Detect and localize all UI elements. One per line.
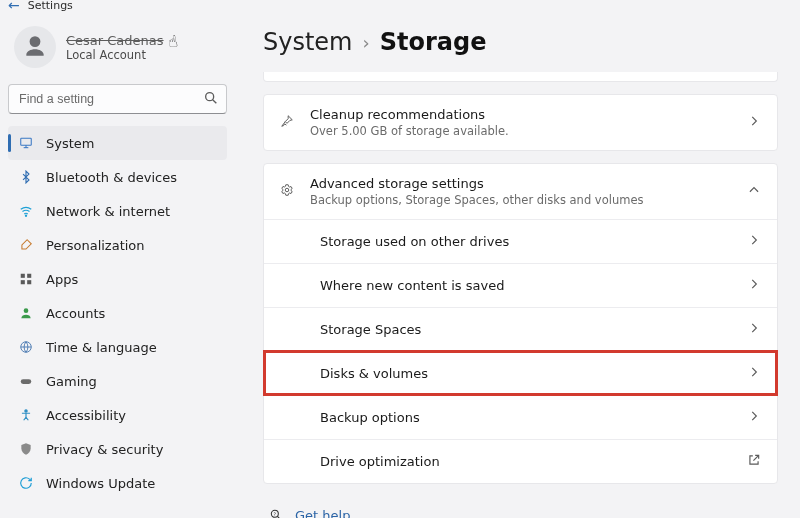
sidebar-item-label: Accessibility	[46, 408, 126, 423]
sidebar-item-label: Windows Update	[46, 476, 155, 491]
chevron-up-icon	[747, 183, 761, 200]
advanced-header[interactable]: Advanced storage settings Backup options…	[264, 164, 777, 219]
gear-icon	[280, 183, 294, 200]
svg-point-10	[24, 308, 29, 313]
search-input[interactable]	[8, 84, 227, 114]
sidebar-item-label: Gaming	[46, 374, 97, 389]
breadcrumb-parent[interactable]: System	[263, 28, 353, 56]
svg-point-13	[25, 410, 27, 412]
sidebar-item-label: Privacy & security	[46, 442, 163, 457]
paintbrush-icon	[18, 237, 34, 253]
sidebar: Cesar Cadenas Local Account ☝ SystemBlue…	[0, 10, 235, 518]
advanced-item-label: Storage used on other drives	[320, 234, 509, 249]
chevron-right-icon	[747, 365, 761, 382]
account-block[interactable]: Cesar Cadenas Local Account	[8, 20, 227, 82]
sidebar-item-accessibility[interactable]: Accessibility	[8, 398, 227, 432]
shield-icon	[18, 441, 34, 457]
sidebar-item-label: Time & language	[46, 340, 157, 355]
advanced-item-drive-optimization[interactable]: Drive optimization	[264, 439, 777, 483]
advanced-title: Advanced storage settings	[310, 176, 643, 191]
chevron-right-icon	[747, 233, 761, 250]
sidebar-item-personalization[interactable]: Personalization	[8, 228, 227, 262]
advanced-item-label: Storage Spaces	[320, 322, 421, 337]
footer-links: ? Get help Give feedback	[263, 502, 778, 518]
sidebar-item-network-internet[interactable]: Network & internet	[8, 194, 227, 228]
sidebar-item-privacy-security[interactable]: Privacy & security	[8, 432, 227, 466]
person-icon	[18, 305, 34, 321]
title-bar: ← Settings	[0, 0, 800, 10]
advanced-item-label: Disks & volumes	[320, 366, 428, 381]
search-wrap	[8, 84, 227, 114]
sidebar-item-bluetooth-devices[interactable]: Bluetooth & devices	[8, 160, 227, 194]
breadcrumb: System › Storage	[263, 28, 778, 56]
advanced-item-backup-options[interactable]: Backup options	[264, 395, 777, 439]
breadcrumb-current: Storage	[380, 28, 487, 56]
broom-icon	[280, 114, 294, 131]
advanced-item-label: Drive optimization	[320, 454, 440, 469]
svg-rect-8	[21, 280, 25, 284]
panel-sliver	[263, 72, 778, 82]
chevron-right-icon	[747, 114, 761, 131]
sidebar-item-label: Accounts	[46, 306, 105, 321]
account-type: Local Account	[66, 48, 164, 62]
svg-rect-2	[21, 138, 32, 145]
account-name: Cesar Cadenas	[66, 33, 164, 48]
help-icon: ?	[267, 506, 285, 518]
svg-text:?: ?	[273, 512, 276, 517]
advanced-item-label: Backup options	[320, 410, 420, 425]
cleanup-title: Cleanup recommendations	[310, 107, 509, 122]
monitor-icon	[18, 135, 34, 151]
bluetooth-icon	[18, 169, 34, 185]
get-help-label: Get help	[295, 508, 350, 519]
advanced-item-storage-used-on-other-drives[interactable]: Storage used on other drives	[264, 219, 777, 263]
chevron-right-icon	[747, 277, 761, 294]
open-external-icon	[747, 453, 761, 470]
advanced-item-disks-volumes[interactable]: Disks & volumes	[264, 351, 777, 395]
update-icon	[18, 475, 34, 491]
advanced-card: Advanced storage settings Backup options…	[263, 163, 778, 484]
avatar	[14, 26, 56, 68]
svg-rect-6	[21, 274, 25, 278]
sidebar-item-windows-update[interactable]: Windows Update	[8, 466, 227, 500]
globe-clock-icon	[18, 339, 34, 355]
chevron-right-icon	[747, 321, 761, 338]
advanced-sub: Backup options, Storage Spaces, other di…	[310, 193, 643, 207]
advanced-item-label: Where new content is saved	[320, 278, 504, 293]
main-content: System › Storage Cleanup recommendations…	[235, 10, 800, 518]
sidebar-item-gaming[interactable]: Gaming	[8, 364, 227, 398]
advanced-item-where-new-content-is-saved[interactable]: Where new content is saved	[264, 263, 777, 307]
sidebar-item-apps[interactable]: Apps	[8, 262, 227, 296]
accessibility-icon	[18, 407, 34, 423]
advanced-item-storage-spaces[interactable]: Storage Spaces	[264, 307, 777, 351]
sidebar-item-time-language[interactable]: Time & language	[8, 330, 227, 364]
sidebar-item-label: System	[46, 136, 94, 151]
svg-rect-7	[27, 274, 31, 278]
svg-point-5	[25, 215, 26, 216]
sidebar-item-label: Bluetooth & devices	[46, 170, 177, 185]
search-icon	[203, 90, 219, 106]
svg-rect-9	[27, 280, 31, 284]
sidebar-nav: SystemBluetooth & devicesNetwork & inter…	[8, 126, 227, 500]
get-help-link[interactable]: ? Get help	[267, 502, 778, 518]
gamepad-icon	[18, 373, 34, 389]
svg-point-14	[285, 188, 289, 192]
svg-point-0	[206, 93, 214, 101]
sidebar-item-label: Apps	[46, 272, 78, 287]
svg-line-1	[213, 100, 217, 104]
sidebar-item-accounts[interactable]: Accounts	[8, 296, 227, 330]
chevron-right-icon	[747, 409, 761, 426]
wifi-icon	[18, 203, 34, 219]
apps-icon	[18, 271, 34, 287]
sidebar-item-label: Personalization	[46, 238, 145, 253]
cleanup-card[interactable]: Cleanup recommendations Over 5.00 GB of …	[263, 94, 778, 151]
svg-rect-12	[21, 379, 32, 384]
cleanup-sub: Over 5.00 GB of storage available.	[310, 124, 509, 138]
sidebar-item-system[interactable]: System	[8, 126, 227, 160]
sidebar-item-label: Network & internet	[46, 204, 170, 219]
chevron-right-icon: ›	[363, 32, 370, 53]
